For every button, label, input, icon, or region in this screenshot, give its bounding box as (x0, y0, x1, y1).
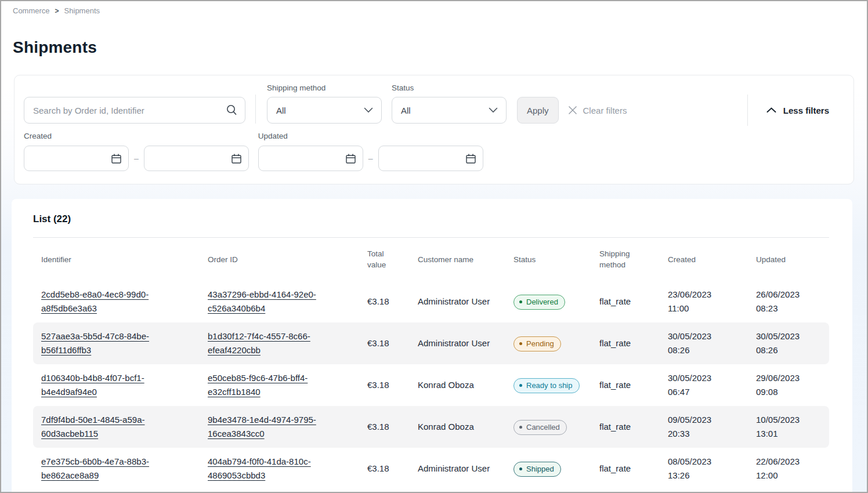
cell-status: Pending (505, 331, 591, 356)
cell-customer-name: Administrator User (410, 332, 505, 355)
created-date: 30/05/2023 (668, 371, 742, 385)
status-select[interactable]: All (392, 97, 507, 124)
search-field-wrap (24, 97, 245, 124)
status-field: Status All (392, 84, 507, 124)
created-time: 20:33 (668, 427, 742, 441)
status-badge: Pending (513, 336, 561, 351)
cell-total-value: €3.18 (359, 457, 410, 480)
cell-total-value: €3.18 (359, 332, 410, 355)
table-row: e7e375cb-6b0b-4e7a-88b3-be862ace8a89 404… (33, 448, 829, 490)
updated-range-group: Updated – (258, 132, 483, 171)
clear-filters-button[interactable]: Clear filters (568, 97, 627, 124)
close-icon (568, 106, 577, 115)
customer-name: Konrad Oboza (418, 378, 474, 392)
status-badge-label: Ready to ship (526, 380, 573, 390)
status-dot-icon (519, 426, 522, 429)
column-header-updated: Updated (748, 254, 829, 265)
cell-shipping-method: flat_rate (591, 290, 660, 313)
identifier-link[interactable]: d106340b-b4b8-4f07-bcf1-b4e4d9af94e0 (41, 373, 144, 397)
shipping-method-label: Shipping method (267, 84, 382, 92)
breadcrumb: Commerce > Shipments (1, 1, 867, 15)
table-header-row: Identifier Order ID Total value Customer… (33, 238, 829, 281)
status-dot-icon (519, 384, 522, 387)
order-id-link[interactable]: b1d30f12-7f4c-4557-8c66-efeaf4220cbb (208, 331, 310, 355)
table-row: 527aae3a-5b5d-47c8-84be-b56f11d6ffb3 b1d… (33, 322, 829, 364)
identifier-link[interactable]: 527aae3a-5b5d-47c8-84be-b56f11d6ffb3 (41, 331, 149, 355)
shipping-method-value: All (276, 106, 286, 115)
created-range-inputs: – (24, 146, 249, 171)
created-date: 08/05/2023 (668, 455, 742, 469)
cell-updated: 10/05/2023 13:01 (748, 408, 829, 445)
status-badge-label: Delivered (526, 297, 558, 307)
chevron-down-icon (364, 107, 373, 113)
range-dash: – (368, 154, 373, 163)
created-range-label: Created (24, 132, 249, 140)
status-dot-icon (519, 342, 522, 345)
status-dot-icon (519, 300, 522, 303)
created-from-wrap (24, 146, 129, 171)
cell-shipping-method: flat_rate (591, 374, 660, 397)
order-id-link[interactable]: 43a37296-ebbd-4164-92e0-c526a340b6b4 (208, 289, 316, 313)
identifier-link[interactable]: 2cdd5eb8-e8a0-4ec8-99d0-a8f5db6e3a63 (41, 289, 149, 313)
status-label: Status (392, 84, 507, 92)
identifier-link[interactable]: 7df9f4bd-50e1-4845-a59a-60d3acbeb115 (41, 415, 144, 438)
table-row: 2cdd5eb8-e8a0-4ec8-99d0-a8f5db6e3a63 43a… (33, 281, 829, 322)
cell-order-id: e50ceb85-f9c6-47b6-bff4-e32cff1b1840 (200, 367, 359, 404)
cell-total-value: €3.18 (359, 374, 410, 397)
apply-button[interactable]: Apply (517, 97, 559, 124)
order-id-link[interactable]: 404ab794-f0f0-41da-810c-4869053cbbd3 (208, 456, 311, 480)
status-badge: Delivered (513, 295, 565, 310)
status-value: All (401, 106, 411, 115)
shipping-method-select[interactable]: All (267, 97, 382, 124)
less-filters-label: Less filters (783, 106, 829, 115)
filter-row-primary: Shipping method All Status All (24, 84, 844, 124)
updated-time: 13:01 (756, 427, 823, 441)
order-id-link[interactable]: e50ceb85-f9c6-47b6-bff4-e32cff1b1840 (208, 373, 308, 397)
calendar-icon[interactable] (465, 153, 476, 164)
search-input[interactable] (24, 97, 245, 124)
calendar-icon[interactable] (231, 153, 242, 164)
status-badge-label: Shipped (526, 464, 554, 474)
cell-created: 09/05/2023 20:33 (660, 408, 748, 445)
less-filters-toggle[interactable]: Less filters (762, 97, 844, 124)
cell-total-value: €3.18 (359, 415, 410, 438)
cell-identifier: d106340b-b4b8-4f07-bcf1-b4e4d9af94e0 (33, 367, 200, 404)
breadcrumb-item-shipments: Shipments (64, 6, 100, 15)
column-header-order-id: Order ID (200, 254, 359, 265)
cell-total-value: €3.18 (359, 290, 410, 313)
calendar-icon[interactable] (111, 153, 122, 164)
column-header-status: Status (505, 254, 591, 265)
cell-created: 08/05/2023 13:26 (660, 450, 748, 487)
order-id-link[interactable]: 9b4e3478-1e4d-4974-9795-16cea3843cc0 (208, 415, 316, 438)
calendar-icon[interactable] (345, 153, 356, 164)
cell-shipping-method: flat_rate (591, 415, 660, 438)
cell-status: Cancelled (505, 414, 591, 440)
breadcrumb-item-commerce[interactable]: Commerce (13, 6, 50, 15)
identifier-link[interactable]: e7e375cb-6b0b-4e7a-88b3-be862ace8a89 (41, 456, 149, 480)
cell-order-id: 404ab794-f0f0-41da-810c-4869053cbbd3 (200, 450, 359, 487)
customer-name: Konrad Oboza (418, 420, 474, 434)
created-date: 23/06/2023 (668, 288, 742, 302)
column-header-identifier: Identifier (33, 254, 200, 265)
search-icon (226, 104, 238, 116)
table-row: 7df9f4bd-50e1-4845-a59a-60d3acbeb115 9b4… (33, 406, 829, 448)
cell-order-id: 43a37296-ebbd-4164-92e0-c526a340b6b4 (200, 283, 359, 320)
cell-status: Delivered (505, 289, 591, 314)
cell-shipping-method: flat_rate (591, 457, 660, 480)
clear-filters-label: Clear filters (583, 106, 627, 115)
cell-identifier: 7df9f4bd-50e1-4845-a59a-60d3acbeb115 (33, 408, 200, 445)
range-dash: – (134, 154, 139, 163)
updated-time: 12:00 (756, 469, 823, 483)
customer-name: Administrator User (418, 462, 490, 476)
created-date: 30/05/2023 (668, 329, 742, 343)
customer-name: Administrator User (418, 295, 490, 309)
created-time: 06:47 (668, 385, 742, 399)
cell-identifier: 2cdd5eb8-e8a0-4ec8-99d0-a8f5db6e3a63 (33, 283, 200, 320)
column-header-total-value: Total value (359, 248, 410, 270)
shipments-page: Commerce > Shipments Shipments Shipping … (0, 0, 868, 493)
updated-date: 26/06/2023 (756, 288, 823, 302)
cell-updated: 22/06/2023 12:00 (748, 450, 829, 487)
status-badge: Cancelled (513, 420, 567, 435)
cell-created: 30/05/2023 08:26 (660, 325, 748, 362)
cell-customer-name: Konrad Oboza (410, 415, 505, 438)
